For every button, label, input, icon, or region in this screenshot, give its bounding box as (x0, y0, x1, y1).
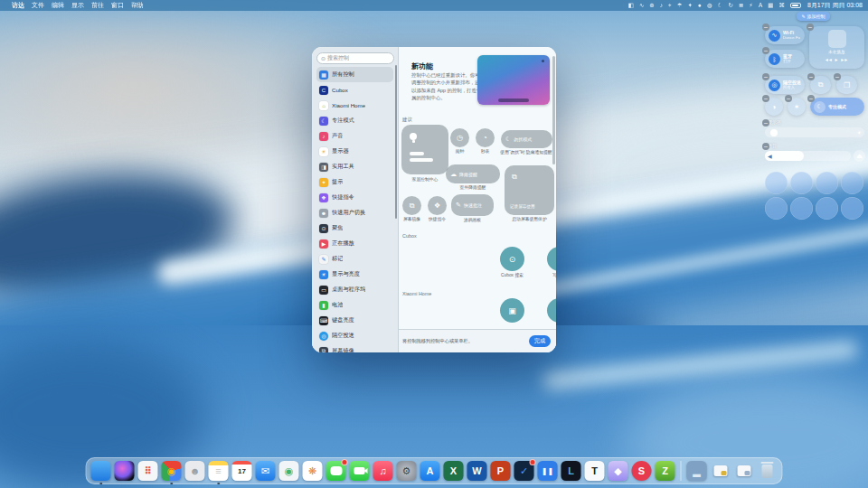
dock-excel[interactable]: X (444, 461, 464, 481)
sidebar-item-8[interactable]: ✦提示 (316, 174, 393, 190)
empty-slot-1[interactable] (765, 172, 788, 194)
remove-badge[interactable]: – (807, 23, 814, 31)
xiaomi-control-1[interactable]: ▣ (500, 298, 524, 323)
battery-icon[interactable] (790, 3, 801, 8)
airdrop-icon[interactable]: ◍ (707, 2, 712, 8)
dock-mail[interactable]: ✉ (256, 461, 276, 481)
main-scrollbar[interactable] (552, 56, 555, 164)
dock-siri[interactable] (115, 461, 135, 481)
dock-ticktick[interactable]: ✓ (514, 461, 534, 481)
sidebar-item-16[interactable]: ▮电池 (316, 297, 393, 313)
remove-badge[interactable]: – (762, 47, 769, 54)
dock-contacts[interactable]: ☻ (185, 461, 205, 481)
remove-badge[interactable]: – (807, 95, 815, 102)
dock-widget-tray[interactable]: ▂ (687, 461, 707, 481)
display-brightness-slider[interactable]: ☀ (765, 127, 864, 137)
dock-calendar[interactable]: 17 (232, 461, 252, 481)
power-icon[interactable]: ⚡ (749, 2, 753, 8)
media-player-control[interactable]: – 未在播放 ◂◂ ▸ ▸▸ (809, 26, 864, 69)
remove-badge[interactable]: – (762, 119, 769, 127)
dock-chrome[interactable]: ◉ (162, 461, 182, 481)
dark-mode-control[interactable]: – ◑ (765, 98, 783, 116)
alarm-control[interactable]: ◷ (450, 128, 469, 147)
display-icon[interactable]: ◧ (628, 2, 634, 8)
search-input[interactable]: ⊙ 搜索控制 (316, 52, 394, 64)
dock-powerpoint[interactable]: P (491, 461, 511, 481)
menu-4[interactable]: 显示 (71, 2, 84, 8)
dock-photos[interactable]: ❋ (303, 461, 323, 481)
record-icon[interactable]: ● (698, 2, 702, 8)
sketch-control[interactable]: ✎ 快速批注 (451, 194, 494, 216)
remove-badge[interactable]: – (807, 73, 815, 80)
remove-badge[interactable]: – (785, 95, 792, 102)
menu-7[interactable]: 帮助 (131, 2, 144, 8)
keyboard-brightness-control[interactable]: – ✶ (788, 98, 806, 116)
empty-slot-5[interactable] (765, 197, 788, 220)
dock-find-my[interactable]: ◉ (279, 461, 299, 481)
sidebar-item-3[interactable]: ⌂Xiaomi Home (316, 98, 393, 113)
airdrop-control[interactable]: – ◎ 隔空投送 所有人 (765, 76, 805, 94)
sidebar-item-2[interactable]: CCubox (316, 82, 393, 98)
cubox-control-1[interactable]: ⊙ (500, 247, 524, 271)
stage-manager-control[interactable]: – ❐ (836, 76, 857, 94)
dock-trash[interactable] (758, 461, 778, 481)
notify-control[interactable]: ☾ 勿扰模式 (501, 130, 552, 148)
audio-output-button[interactable]: ⏏ (854, 150, 865, 162)
bluetooth-control[interactable]: – ᛒ 蓝牙 打开 (765, 50, 805, 68)
sidebar-item-9[interactable]: ❖快捷指令 (316, 190, 393, 205)
dock-documents-stack[interactable] (734, 461, 754, 481)
mirror-control[interactable]: ⧉ (402, 196, 421, 215)
dock-word[interactable]: W (467, 461, 487, 481)
remove-badge[interactable]: – (762, 73, 769, 80)
sidebar-item-18[interactable]: ◎隔空投送 (316, 328, 393, 343)
empty-slot-2[interactable] (790, 172, 813, 194)
menu-3[interactable]: 编辑 (52, 2, 64, 8)
empty-slot-3[interactable] (816, 172, 838, 194)
home-control-tile[interactable] (401, 125, 448, 174)
dock-music[interactable]: ♫ (373, 461, 393, 481)
stopwatch-control[interactable]: ◔ (476, 128, 495, 147)
dock-facetime[interactable] (350, 461, 370, 481)
dock-system-settings[interactable]: ⚙ (397, 461, 417, 481)
add-control-button[interactable]: ✎ 添加控制 (797, 12, 830, 21)
menu-1[interactable]: 访达 (12, 2, 24, 8)
empty-slot-4[interactable] (841, 172, 863, 194)
sidebar-item-6[interactable]: ☀显示器 (316, 144, 393, 159)
rain-alert-control[interactable]: ☁ 降雨提醒 (446, 164, 500, 183)
sidebar-scrollbar[interactable] (395, 65, 398, 219)
dock-finder[interactable] (91, 461, 111, 481)
input-method-icon[interactable]: A (759, 2, 762, 8)
screen-mirroring-control[interactable]: – ⧉ (810, 76, 831, 94)
music-icon[interactable]: ♪ (660, 2, 663, 8)
remove-badge[interactable]: – (762, 95, 769, 102)
sidebar-item-14[interactable]: ☀显示与亮度 (316, 267, 393, 282)
sidebar-item-4[interactable]: ☾专注模式 (316, 113, 393, 128)
empty-slot-6[interactable] (790, 197, 813, 220)
dock-downloads-stack[interactable] (711, 461, 731, 481)
shortcut-control[interactable]: ❖ (428, 196, 447, 215)
remove-badge[interactable]: – (762, 23, 769, 31)
dock-notes[interactable]: ≡ (209, 461, 229, 481)
sidebar-item-13[interactable]: ✎标记 (316, 251, 393, 267)
sparkle-icon[interactable]: ✦ (688, 2, 693, 8)
sound-slider[interactable]: ◀ (765, 151, 851, 161)
sidebar-item-12[interactable]: ▶正在播放 (316, 236, 393, 251)
dock-green-app[interactable]: Z (656, 461, 675, 481)
weather-icon[interactable]: ☂ (677, 2, 683, 8)
menu-6[interactable]: 窗口 (111, 2, 124, 8)
play-icon[interactable]: ▸ (835, 57, 838, 62)
sidebar-item-10[interactable]: ☻快速用户切换 (316, 205, 393, 221)
screen-usage-control[interactable]: ⧉ 记录屏幕使用 (505, 165, 554, 215)
grid-icon[interactable]: ▦ (768, 2, 773, 8)
menu-bar-clock[interactable]: 8月17日 周日 03:08 (807, 1, 863, 10)
sidebar-item-11[interactable]: ⊙聚焦 (316, 221, 393, 236)
cubox-control-2[interactable]: ✎ (547, 247, 556, 271)
empty-slot-8[interactable] (841, 197, 863, 220)
dock-purple-app[interactable]: ◆ (609, 461, 628, 481)
dock-app-store[interactable]: A (420, 461, 440, 481)
menu-2[interactable]: 文件 (32, 2, 44, 8)
sidebar-item-7[interactable]: ◨实用工具 (316, 159, 393, 174)
dock-messages[interactable] (326, 461, 346, 481)
control-center-icon[interactable]: ⌘ (778, 2, 785, 8)
update-icon[interactable]: ⊕ (649, 2, 654, 8)
